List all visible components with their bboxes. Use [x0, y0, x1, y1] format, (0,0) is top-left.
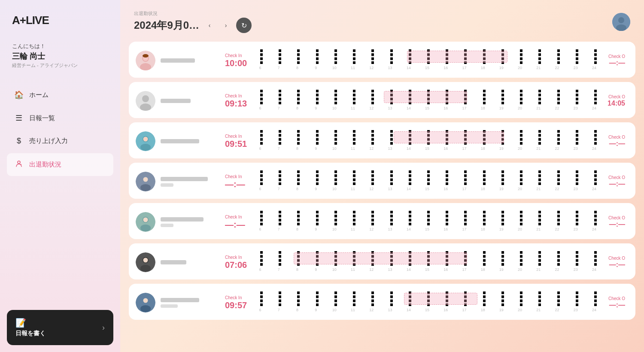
nav-menu: 🏠 ホーム ☰ 日報一覧 $ 売り上げ入力 出退勤状況: [0, 79, 120, 303]
main-content: 出退勤状況 2024年9月0… ‹ › ↻: [120, 0, 644, 352]
person-avatar-6: [136, 252, 155, 272]
sales-icon: $: [14, 137, 24, 146]
person-section-6: [136, 252, 222, 272]
refresh-button[interactable]: ↻: [236, 18, 252, 33]
attendance-row-6: Check In 07:06 6789101112131415161718192…: [129, 243, 635, 279]
person-section-2: [136, 91, 222, 111]
checkout-time-4: —:—: [598, 180, 625, 188]
svg-point-15: [140, 144, 151, 151]
checkin-section-5: Check In —:—: [222, 215, 260, 230]
next-button[interactable]: ›: [220, 19, 232, 31]
checkin-label-4: Check In: [225, 174, 257, 179]
checkout-time-3: —:—: [598, 140, 625, 148]
svg-point-20: [143, 177, 148, 182]
checkout-time-6: —:—: [598, 261, 625, 269]
person-section-1: [136, 51, 222, 70]
prev-button[interactable]: ‹: [204, 19, 216, 31]
svg-point-3: [618, 17, 624, 23]
checkout-time-5: —:—: [598, 220, 625, 228]
header-subtitle: 出退勤状況: [134, 10, 252, 17]
svg-point-11: [142, 95, 149, 102]
person-avatar-3: [136, 131, 155, 151]
attendance-row-2: Check In 09:13 6789101112131415161718192…: [129, 82, 635, 118]
checkin-section-6: Check In 07:06: [222, 255, 260, 270]
sidebar-item-reports[interactable]: ☰ 日報一覧: [7, 107, 113, 129]
sidebar-item-home-label: ホーム: [29, 91, 49, 99]
checkin-label-3: Check In: [225, 134, 257, 139]
attendance-row-5: Check In —:— 678910111213141516171819202…: [129, 203, 635, 239]
top-user-avatar[interactable]: [612, 13, 630, 31]
sidebar-item-sales-label: 売り上げ入力: [29, 137, 68, 145]
work-bar-3: [394, 131, 504, 143]
checkin-section-4: Check In —:—: [222, 174, 260, 189]
timeline-section-7: 6789101112131415161718192021222324: [260, 290, 594, 316]
svg-point-1: [21, 164, 21, 165]
attendance-row-3: Check In 09:51 6789101112131415161718192…: [129, 122, 635, 158]
checkout-label-7: Check O: [598, 296, 625, 301]
sidebar-item-reports-label: 日報一覧: [29, 114, 55, 122]
write-report-label: 日報を書く: [15, 330, 46, 337]
checkout-section-6: Check O —:—: [594, 256, 629, 269]
timeline-section-5: 6789101112131415161718192021222324: [260, 209, 594, 235]
svg-point-31: [140, 305, 151, 312]
svg-point-0: [18, 161, 20, 164]
svg-point-23: [140, 225, 151, 231]
person-avatar-4: [136, 172, 155, 191]
user-info: こんにちは！ 三輪 尚士 経営チーム - アライブジャパン: [0, 36, 120, 79]
checkin-label-1: Check In: [225, 53, 257, 58]
checkin-label-6: Check In: [225, 255, 257, 260]
sidebar-item-attendance-label: 出退勤状況: [29, 161, 61, 169]
checkin-time-5: —:—: [225, 219, 257, 230]
timeline-section-3: 6789101112131415161718192021222324: [260, 128, 594, 154]
checkout-label-5: Check O: [598, 215, 625, 220]
attendance-icon: [14, 159, 24, 170]
person-section-3: [136, 131, 222, 151]
svg-point-27: [140, 265, 151, 272]
attendance-row-7: Check In 09:57 6789101112131415161718192…: [129, 284, 635, 320]
checkin-time-3: 09:51: [225, 139, 257, 149]
checkin-label-2: Check In: [225, 94, 257, 98]
checkout-label-6: Check O: [598, 256, 625, 261]
checkin-label-7: Check In: [225, 295, 257, 300]
work-bar-2: [384, 91, 468, 103]
svg-point-24: [143, 218, 148, 222]
attendance-list: Check In 10:00 6789101112131415161718192…: [120, 42, 644, 324]
work-bar-7: [404, 293, 477, 305]
checkin-label-5: Check In: [225, 215, 257, 219]
checkout-label-1: Check O: [598, 54, 625, 59]
timeline-section-2: 6789101112131415161718192021222324: [260, 88, 594, 114]
svg-point-19: [140, 184, 151, 191]
sidebar-item-sales[interactable]: $ 売り上げ入力: [7, 130, 113, 152]
user-greeting: こんにちは！: [12, 42, 108, 50]
sidebar-item-attendance[interactable]: 出退勤状況: [7, 153, 113, 176]
user-name: 三輪 尚士: [12, 51, 108, 61]
person-section-5: [136, 212, 222, 232]
header-left: 出退勤状況 2024年9月0… ‹ › ↻: [134, 10, 252, 33]
timeline-section-1: 6789101112131415161718192021222324: [260, 48, 594, 73]
checkout-section-2: Check O 14:05: [594, 94, 629, 107]
attendance-row-1: Check In 10:00 6789101112131415161718192…: [129, 42, 635, 78]
app-logo: A+LIVE: [0, 0, 120, 36]
timeline-section-6: 6789101112131415161718192021222324: [260, 249, 594, 275]
header-title-row: 2024年9月0… ‹ › ↻: [134, 18, 252, 33]
checkin-section-2: Check In 09:13: [222, 94, 260, 109]
checkin-time-6: 07:06: [225, 260, 257, 270]
svg-point-9: [143, 54, 149, 58]
svg-point-32: [143, 298, 148, 303]
sidebar: A+LIVE こんにちは！ 三輪 尚士 経営チーム - アライブジャパン 🏠 ホ…: [0, 0, 120, 352]
person-avatar-2: [136, 91, 155, 111]
checkout-label-2: Check O: [598, 94, 625, 99]
arrow-right-icon: ›: [102, 323, 105, 332]
write-report-button[interactable]: 📝 日報を書く ›: [7, 310, 113, 345]
checkout-time-7: —:—: [598, 301, 625, 309]
checkin-time-2: 09:13: [225, 98, 257, 109]
checkout-section-5: Check O —:—: [594, 215, 629, 228]
person-section-4: [136, 172, 222, 191]
checkin-section-3: Check In 09:51: [222, 134, 260, 149]
sidebar-item-home[interactable]: 🏠 ホーム: [7, 84, 113, 106]
svg-point-28: [143, 258, 148, 263]
checkout-time-1: —:—: [598, 59, 625, 67]
checkout-section-1: Check O —:—: [594, 54, 629, 67]
attendance-row-4: Check In —:— 678910111213141516171819202…: [129, 163, 635, 199]
checkout-label-3: Check O: [598, 135, 625, 140]
